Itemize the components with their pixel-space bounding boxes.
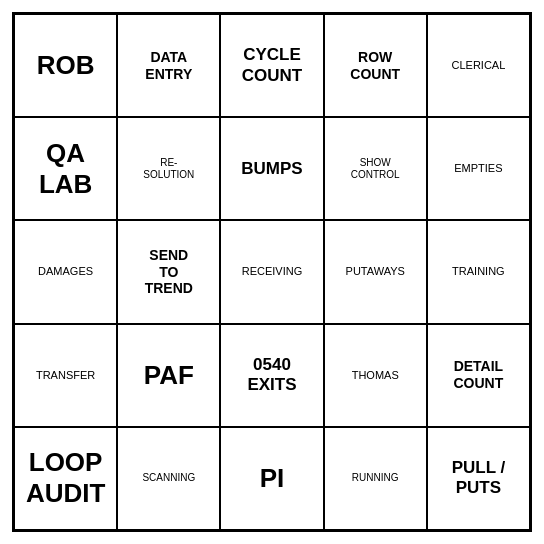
- cell-r3c1: PAF: [117, 324, 220, 427]
- cell-r0c2: CYCLE COUNT: [220, 14, 323, 117]
- cell-r2c1: SEND TO TREND: [117, 220, 220, 323]
- cell-r4c4: PULL / PUTS: [427, 427, 530, 530]
- cell-label-r1c2: BUMPS: [241, 159, 302, 179]
- cell-r2c4: TRAINING: [427, 220, 530, 323]
- cell-label-r4c0: LOOP AUDIT: [26, 447, 105, 509]
- cell-label-r3c4: DETAIL COUNT: [454, 358, 504, 392]
- cell-r4c3: RUNNING: [324, 427, 427, 530]
- cell-label-r2c0: DAMAGES: [38, 265, 93, 278]
- cell-r1c3: SHOW CONTROL: [324, 117, 427, 220]
- cell-r3c3: THOMAS: [324, 324, 427, 427]
- cell-label-r0c3: ROW COUNT: [350, 49, 400, 83]
- cell-r3c0: TRANSFER: [14, 324, 117, 427]
- bingo-board: ROBDATA ENTRYCYCLE COUNTROW COUNTCLERICA…: [12, 12, 532, 532]
- cell-label-r3c0: TRANSFER: [36, 369, 95, 382]
- cell-r2c3: PUTAWAYS: [324, 220, 427, 323]
- cell-label-r3c1: PAF: [144, 360, 194, 391]
- cell-label-r2c3: PUTAWAYS: [346, 265, 405, 278]
- cell-r0c4: CLERICAL: [427, 14, 530, 117]
- cell-label-r1c3: SHOW CONTROL: [351, 157, 400, 181]
- cell-r1c2: BUMPS: [220, 117, 323, 220]
- cell-r2c0: DAMAGES: [14, 220, 117, 323]
- cell-label-r4c4: PULL / PUTS: [452, 458, 506, 499]
- cell-label-r4c3: RUNNING: [352, 472, 399, 484]
- cell-label-r3c2: 0540 EXITS: [247, 355, 296, 396]
- cell-label-r1c1: RE- SOLUTION: [143, 157, 194, 181]
- cell-label-r0c1: DATA ENTRY: [145, 49, 192, 83]
- cell-r0c0: ROB: [14, 14, 117, 117]
- cell-r1c1: RE- SOLUTION: [117, 117, 220, 220]
- cell-label-r4c2: PI: [260, 463, 285, 494]
- cell-r1c0: QA LAB: [14, 117, 117, 220]
- cell-label-r2c1: SEND TO TREND: [145, 247, 193, 297]
- cell-label-r0c2: CYCLE COUNT: [242, 45, 302, 86]
- cell-label-r3c3: THOMAS: [352, 369, 399, 382]
- cell-r4c0: LOOP AUDIT: [14, 427, 117, 530]
- cell-r0c3: ROW COUNT: [324, 14, 427, 117]
- cell-label-r1c4: EMPTIES: [454, 162, 502, 175]
- cell-r4c2: PI: [220, 427, 323, 530]
- cell-r2c2: RECEIVING: [220, 220, 323, 323]
- cell-label-r1c0: QA LAB: [39, 138, 92, 200]
- cell-r3c4: DETAIL COUNT: [427, 324, 530, 427]
- cell-r1c4: EMPTIES: [427, 117, 530, 220]
- cell-label-r4c1: SCANNING: [142, 472, 195, 484]
- cell-label-r2c2: RECEIVING: [242, 265, 303, 278]
- cell-r0c1: DATA ENTRY: [117, 14, 220, 117]
- cell-r4c1: SCANNING: [117, 427, 220, 530]
- cell-label-r0c0: ROB: [37, 50, 95, 81]
- cell-label-r2c4: TRAINING: [452, 265, 505, 278]
- cell-r3c2: 0540 EXITS: [220, 324, 323, 427]
- cell-label-r0c4: CLERICAL: [451, 59, 505, 72]
